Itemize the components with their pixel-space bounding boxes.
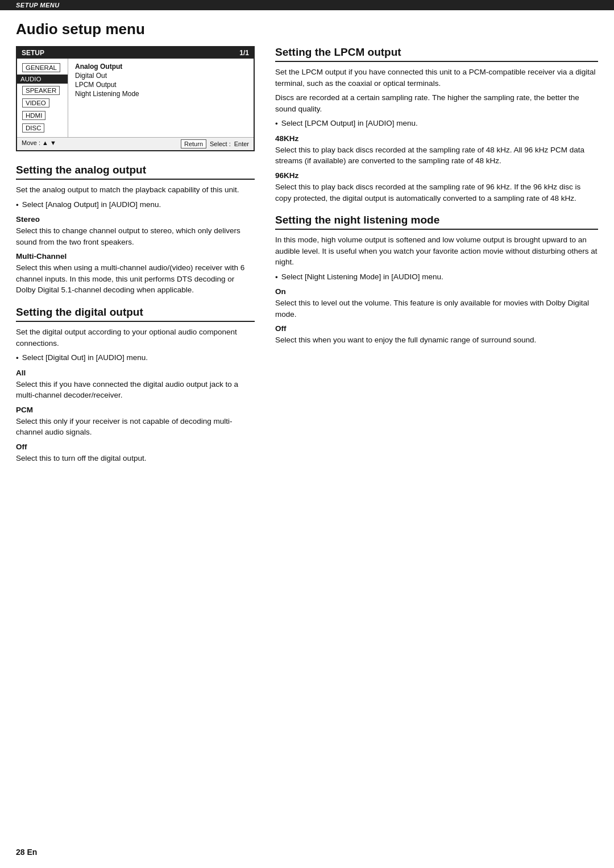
digital-output-bullet-text: Select [Digital Out] in [AUDIO] menu. — [22, 352, 148, 364]
analog-output-heading: Setting the analog output — [16, 164, 255, 180]
menu-option-lpcm[interactable]: LPCM Output — [75, 80, 139, 89]
night-off-heading: Off — [275, 324, 598, 333]
all-heading: All — [16, 369, 255, 377]
enter-label: Enter — [234, 140, 249, 147]
menu-box-page: 1/1 — [239, 49, 249, 57]
menu-footer-right: Return Select : Enter — [181, 139, 249, 148]
bullet-dot-2: • — [16, 353, 19, 364]
menu-box: SETUP 1/1 GENERAL AUDIO SPEAKER — [16, 46, 255, 151]
menu-option-analog[interactable]: Analog Output — [75, 62, 139, 71]
menu-options-col: Analog Output Digital Out LPCM Output Ni… — [68, 59, 146, 137]
bullet-dot-1: • — [16, 200, 19, 211]
page-footer: 28 En — [16, 848, 37, 857]
lpcm-output-bullet-text: Select [LPCM Output] in [AUDIO] menu. — [281, 118, 418, 130]
menu-items-col: GENERAL AUDIO SPEAKER VIDEO HDMI — [17, 59, 68, 137]
right-column: Setting the LPCM output Set the LPCM out… — [275, 46, 598, 349]
menu-item-general-wrapper: GENERAL — [19, 62, 65, 73]
menu-option-night[interactable]: Night Listening Mode — [75, 89, 139, 98]
stereo-heading: Stereo — [16, 215, 255, 224]
analog-output-intro: Set the analog output to match the playb… — [16, 184, 255, 196]
night-listening-section: Setting the night listening mode In this… — [275, 214, 598, 346]
pcm-text: Select this only if your receiver is not… — [16, 416, 255, 438]
menu-item-disc-wrapper: DISC — [19, 122, 65, 134]
menu-item-general[interactable]: GENERAL — [22, 63, 60, 72]
page-content: Audio setup menu SETUP 1/1 GENERAL AUDIO — [0, 10, 614, 490]
all-text: Select this if you have connected the di… — [16, 379, 255, 401]
analog-output-bullet-text: Select [Analog Output] in [AUDIO] menu. — [22, 199, 161, 211]
top-bar-label: SETUP MENU — [16, 2, 60, 9]
menu-item-audio[interactable]: AUDIO — [17, 75, 68, 84]
night-on-text: Select this to level out the volume. Thi… — [275, 297, 598, 320]
return-key[interactable]: Return — [181, 139, 206, 148]
night-listening-bullet: • Select [Night Listening Mode] in [AUDI… — [275, 271, 598, 283]
menu-item-disc[interactable]: DISC — [22, 123, 44, 133]
lpcm-intro1: Set the LPCM output if you have connecte… — [275, 67, 598, 89]
khz96-heading: 96KHz — [275, 171, 598, 180]
digital-off-heading: Off — [16, 443, 255, 451]
menu-item-hdmi[interactable]: HDMI — [22, 111, 45, 120]
left-column: SETUP 1/1 GENERAL AUDIO SPEAKER — [16, 46, 255, 467]
menu-footer-move: Move : ▲ ▼ — [22, 139, 56, 148]
night-listening-intro: In this mode, high volume output is soft… — [275, 234, 598, 268]
lpcm-output-heading: Setting the LPCM output — [275, 46, 598, 62]
digital-off-text: Select this to turn off the digital outp… — [16, 453, 255, 464]
digital-output-bullet: • Select [Digital Out] in [AUDIO] menu. — [16, 352, 255, 364]
night-on-heading: On — [275, 287, 598, 296]
night-listening-bullet-text: Select [Night Listening Mode] in [AUDIO]… — [281, 271, 443, 283]
menu-box-body: GENERAL AUDIO SPEAKER VIDEO HDMI — [17, 59, 254, 137]
menu-option-digital[interactable]: Digital Out — [75, 71, 139, 80]
digital-output-intro: Set the digital output according to your… — [16, 326, 255, 349]
digital-output-heading: Setting the digital output — [16, 306, 255, 322]
lpcm-output-bullet: • Select [LPCM Output] in [AUDIO] menu. — [275, 118, 598, 130]
night-off-text: Select this when you want to enjoy the f… — [275, 334, 598, 346]
pcm-heading: PCM — [16, 406, 255, 414]
page-title: Audio setup menu — [16, 20, 598, 38]
khz96-text: Select this to play back discs recorded … — [275, 181, 598, 204]
multichannel-text: Select this when using a multi-channel a… — [16, 262, 255, 296]
analog-output-section: Setting the analog output Set the analog… — [16, 164, 255, 296]
menu-footer: Move : ▲ ▼ Return Select : Enter — [17, 137, 254, 150]
khz48-heading: 48KHz — [275, 134, 598, 143]
lpcm-intro2: Discs are recorded at a certain sampling… — [275, 92, 598, 114]
menu-item-audio-wrapper: AUDIO — [17, 75, 68, 84]
analog-output-bullet: • Select [Analog Output] in [AUDIO] menu… — [16, 199, 255, 211]
khz48-text: Select this to play back discs recorded … — [275, 144, 598, 167]
menu-item-video[interactable]: VIDEO — [22, 98, 49, 108]
menu-item-speaker-wrapper: SPEAKER — [19, 85, 65, 96]
bullet-dot-3: • — [275, 118, 278, 130]
menu-box-title: SETUP — [22, 49, 44, 57]
night-listening-heading: Setting the night listening mode — [275, 214, 598, 230]
digital-output-section: Setting the digital output Set the digit… — [16, 306, 255, 464]
menu-box-header: SETUP 1/1 — [17, 47, 254, 59]
menu-item-speaker[interactable]: SPEAKER — [22, 86, 60, 95]
page-number: 28 En — [16, 848, 37, 857]
select-label: Select : — [210, 140, 231, 147]
top-bar: SETUP MENU — [0, 0, 614, 10]
bullet-dot-4: • — [275, 272, 278, 283]
lpcm-output-section: Setting the LPCM output Set the LPCM out… — [275, 46, 598, 204]
menu-item-hdmi-wrapper: HDMI — [19, 110, 65, 121]
stereo-text: Select this to change channel output to … — [16, 225, 255, 247]
menu-item-video-wrapper: VIDEO — [19, 97, 65, 109]
two-column-layout: SETUP 1/1 GENERAL AUDIO SPEAKER — [16, 46, 598, 467]
multichannel-heading: Multi-Channel — [16, 252, 255, 261]
